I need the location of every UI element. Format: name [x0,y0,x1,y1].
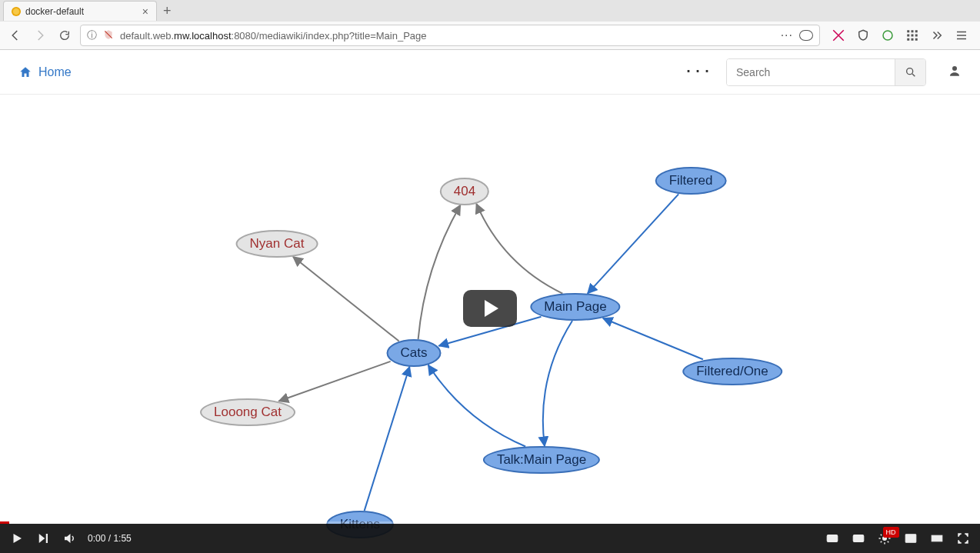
settings-button[interactable] [851,531,866,546]
graph-node-label: Talk:Main Page [497,452,586,467]
search-icon [905,66,917,78]
graph-node-label: Filtered/One [696,364,768,378]
video-controls: 0:00 / 1:55 HD [0,524,980,553]
video-time: 0:00 / 1:55 [88,533,132,544]
graph-edge [588,194,678,293]
svg-rect-4 [907,35,909,37]
svg-point-11 [952,66,957,71]
page-actions-icon[interactable]: ··· [781,28,793,42]
graph-node[interactable]: Nyan Cat [236,230,318,258]
theater-button[interactable] [929,531,945,546]
video-duration: 1:55 [113,533,131,544]
graph-edge [543,321,572,446]
graph-edge [603,318,703,360]
ext-circle-icon[interactable] [880,28,895,43]
graph-edge [279,361,391,401]
play-button[interactable] [9,531,25,546]
back-button[interactable] [6,26,25,45]
graph-canvas[interactable]: Main PageCatsTalk:Main PageKittensFilter… [0,95,980,521]
graph-node-label: Nyan Cat [250,236,305,251]
url-host: mw.localhost [174,30,231,42]
reload-button[interactable] [55,26,74,45]
url-text: default.web.mw.localhost:8080/mediawiki/… [120,30,775,42]
user-menu-icon[interactable] [948,64,962,81]
graph-node-label: Main Page [544,299,606,314]
hamburger-menu-icon[interactable] [954,28,969,43]
reader-shield-icon[interactable] [799,30,813,41]
svg-rect-18 [932,535,942,541]
browser-toolbar-right [826,28,974,43]
svg-rect-12 [827,535,838,542]
svg-rect-3 [915,30,918,32]
search-input[interactable] [727,59,895,85]
graph-node-label: 404 [454,184,475,198]
search-button[interactable] [895,59,925,85]
tab-strip: docker-default × + [0,0,980,22]
site-info-icon[interactable]: ⓘ [87,28,97,42]
home-label: Home [38,65,72,79]
quality-hd-button[interactable]: HD [877,531,892,546]
ext-shield-icon[interactable] [855,28,871,43]
volume-button[interactable] [62,531,77,546]
graph-node-label: Filtered [669,173,713,188]
page-ellipsis-menu[interactable]: ･･･ [685,63,712,81]
svg-rect-1 [907,30,909,32]
miniplayer-button[interactable] [903,531,918,546]
forward-button[interactable] [31,26,49,45]
home-link[interactable]: Home [18,65,72,79]
svg-rect-2 [912,30,914,32]
graph-node[interactable]: Filtered/One [682,358,782,385]
svg-point-0 [883,31,892,40]
svg-rect-5 [912,35,914,37]
svg-rect-17 [911,538,915,541]
ext-grid-icon[interactable] [905,28,920,43]
play-icon [485,300,498,317]
tracking-blocked-icon[interactable] [103,29,114,42]
browser-tab[interactable]: docker-default × [3,1,157,21]
search-box [726,58,926,86]
browser-chrome: docker-default × + ⓘ default.web.mw.loca… [0,0,980,50]
svg-rect-7 [907,38,909,41]
graph-node[interactable]: 404 [440,178,489,205]
tab-favicon [12,7,21,16]
url-bar[interactable]: ⓘ default.web.mw.localhost:8080/mediawik… [80,25,820,46]
svg-rect-9 [915,38,918,41]
home-icon [18,65,32,79]
graph-edge [476,204,562,294]
captions-button[interactable] [825,531,840,546]
graph-node[interactable]: Cats [387,339,442,367]
ext-icon-1[interactable] [831,28,846,43]
video-play-overlay[interactable] [463,290,517,327]
graph-edge [418,205,461,339]
tab-title: docker-default [25,6,138,17]
close-icon[interactable]: × [142,5,148,18]
url-prefix: default.web. [120,30,174,42]
fullscreen-button[interactable] [955,531,971,546]
graph-node-label: Looong Cat [214,405,282,419]
graph-edge [365,367,410,511]
graph-edge [293,257,399,341]
svg-rect-14 [855,538,862,540]
url-path: :8080/mediawiki/index.php?title=Main_Pag… [232,30,427,42]
graph-node[interactable]: Talk:Main Page [483,446,600,474]
new-tab-button[interactable]: + [163,4,172,18]
graph-edge [428,365,525,447]
page-topbar: Home ･･･ [0,50,980,95]
graph-node-label: Cats [401,345,428,360]
overflow-chevrons-icon[interactable] [929,28,945,43]
svg-point-10 [906,68,912,74]
graph-node[interactable]: Looong Cat [200,398,295,426]
graph-node[interactable]: Main Page [530,293,620,321]
svg-rect-6 [915,35,918,37]
svg-rect-8 [912,38,914,41]
next-button[interactable] [35,531,51,546]
video-current-time: 0:00 [88,533,105,544]
browser-nav-row: ⓘ default.web.mw.localhost:8080/mediawik… [0,22,980,49]
graph-node[interactable]: Filtered [655,167,727,195]
